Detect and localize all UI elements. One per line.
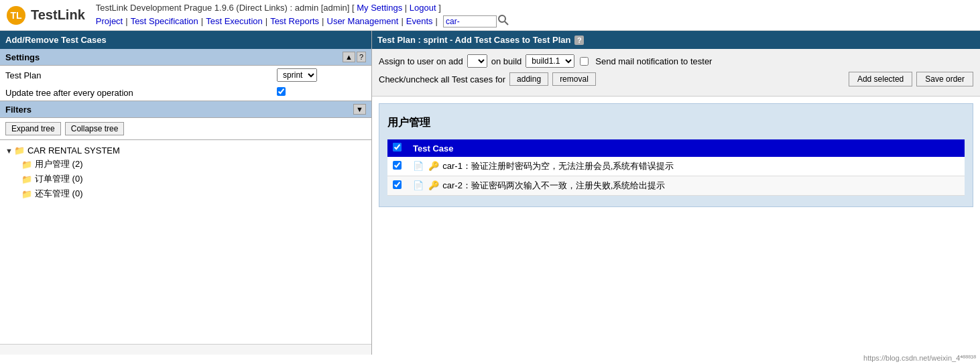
tree-child-1-folder-icon: 📁	[21, 174, 32, 184]
left-panel-header: Add/Remove Test Cases	[0, 31, 371, 49]
content-block: 用户管理 Test Case	[379, 103, 973, 207]
nav-events[interactable]: Events	[406, 16, 433, 26]
collapse-tree-btn[interactable]: Collapse tree	[65, 122, 125, 135]
logout-link[interactable]: Logout	[410, 3, 436, 13]
nav-user-management[interactable]: User Management	[327, 16, 399, 26]
tree-child-2[interactable]: 📁 还车管理 (0)	[21, 186, 371, 201]
test-row-0-content: 📄 🔑 car-1：验证注册时密码为空，无法注册会员,系统有错误提示	[408, 157, 965, 176]
tree-child-0-folder-icon: 📁	[21, 160, 32, 170]
test-table-header-label: Test Case	[408, 139, 965, 157]
test-table: Test Case 📄 🔑 car-1：验证注册时密码为空，无法注册会员,系统有	[387, 139, 965, 196]
testlink-logo-icon: TL	[5, 5, 27, 26]
test-row-1-content: 📄 🔑 car-2：验证密码两次输入不一致，注册失败,系统给出提示	[408, 176, 965, 196]
header: TL TestLink TestLink Development Prague …	[0, 0, 980, 31]
search-icon	[498, 15, 509, 25]
filters-section-header: Filters ▼	[0, 101, 371, 118]
header-sep1: |	[405, 3, 410, 13]
assign-user-select[interactable]	[467, 54, 487, 68]
test-row-1-checkbox[interactable]	[393, 180, 402, 189]
settings-help-btn[interactable]: ?	[357, 52, 366, 62]
svg-line-3	[505, 21, 508, 25]
right-panel-header: Test Plan : sprint - Add Test Cases to T…	[372, 31, 980, 49]
expand-tree-btn[interactable]: Expand tree	[5, 122, 61, 135]
settings-row-update-tree: Update tree after every operation	[0, 84, 371, 101]
test-row-0-case-icon: 🔑	[428, 161, 439, 171]
nav-test-specification[interactable]: Test Specification	[131, 16, 198, 26]
test-table-head: Test Case	[387, 139, 965, 157]
nav: Project | Test Specification | Test Exec…	[96, 15, 509, 27]
test-table-body: 📄 🔑 car-1：验证注册时密码为空，无法注册会员,系统有错误提示 📄	[387, 157, 965, 196]
controls-row-1: Assign to user on add on build build1.1 …	[379, 54, 973, 68]
right-panel-help-icon[interactable]: ?	[574, 36, 584, 45]
content-section-title: 用户管理	[387, 111, 965, 135]
nav-test-reports[interactable]: Test Reports	[270, 16, 319, 26]
right-content: 用户管理 Test Case	[372, 97, 980, 214]
update-tree-checkbox[interactable]	[277, 87, 286, 96]
tree-root-item[interactable]: ▼ 📁 CAR RENTAL SYSTEM	[5, 144, 371, 157]
settings-update-tree-control	[271, 84, 371, 101]
header-title-text: TestLink Development Prague 1.9.6 (Direc…	[96, 3, 355, 13]
filters-section: Filters ▼ Expand tree Collapse tree	[0, 101, 371, 140]
settings-table: Test Plan sprint Update tree after every…	[0, 66, 371, 101]
my-settings-link[interactable]: My Settings	[357, 3, 402, 13]
tree-root-arrow: ▼	[5, 147, 13, 155]
tree-child-2-folder-icon: 📁	[21, 189, 32, 199]
filters-toggle-btn[interactable]: ▼	[353, 104, 366, 115]
left-panel: Add/Remove Test Cases Settings ▲ ? Test …	[0, 31, 372, 355]
right-controls: Assign to user on add on build build1.1 …	[372, 49, 980, 97]
assign-user-label: Assign to user on add	[379, 56, 463, 66]
tree-child-0[interactable]: 📁 用户管理 (2)	[21, 157, 371, 172]
left-horizontal-scrollbar[interactable]	[0, 344, 371, 355]
send-mail-checkbox[interactable]	[580, 57, 589, 66]
test-row-1-checkbox-cell	[387, 176, 408, 196]
tree-child-1[interactable]: 📁 订单管理 (0)	[21, 172, 371, 186]
test-row-0-checkbox-cell	[387, 157, 408, 176]
tree-root-folder-icon: 📁	[14, 145, 25, 156]
settings-title: Settings	[5, 52, 40, 62]
on-build-label: on build	[491, 56, 522, 66]
main-area: Add/Remove Test Cases Settings ▲ ? Test …	[0, 31, 980, 355]
test-row-1-doc-icon: 📄	[413, 180, 424, 190]
settings-row-testplan: Test Plan sprint	[0, 66, 371, 84]
settings-update-tree-label: Update tree after every operation	[0, 84, 271, 101]
test-row-0-checkbox[interactable]	[393, 161, 402, 170]
test-row-1-description: car-2：验证密码两次输入不一致，注册失败,系统给出提示	[442, 180, 665, 190]
tree-children: 📁 用户管理 (2) 📁 订单管理 (0) 📁 还车管理 (0)	[5, 157, 371, 201]
test-table-header-checkbox[interactable]	[393, 143, 402, 151]
status-bar: https://blog.csdn.net/weixin_4⁴⁸⁸⁸³⁸	[859, 353, 980, 355]
nav-test-execution[interactable]: Test Execution	[206, 16, 263, 26]
filters-title: Filters	[5, 105, 32, 115]
save-order-btn[interactable]: Save order	[916, 72, 973, 86]
search-button[interactable]	[498, 15, 509, 27]
testplan-select[interactable]: sprint	[277, 68, 317, 82]
test-table-header-row: Test Case	[387, 139, 965, 157]
test-row-0-description: car-1：验证注册时密码为空，无法注册会员,系统有错误提示	[442, 161, 674, 171]
test-table-header-checkbox-cell	[387, 139, 408, 157]
logo-text: TestLink	[31, 7, 85, 23]
tree-section: ▼ 📁 CAR RENTAL SYSTEM 📁 用户管理 (2) 📁 订单管理 …	[0, 140, 371, 344]
nav-project[interactable]: Project	[96, 16, 123, 26]
removal-btn[interactable]: removal	[552, 72, 596, 86]
controls-row-2: Check/uncheck all Test cases for adding …	[379, 72, 973, 86]
header-info: TestLink Development Prague 1.9.6 (Direc…	[96, 3, 509, 27]
header-title: TestLink Development Prague 1.9.6 (Direc…	[96, 3, 509, 13]
build-select[interactable]: build1.1	[526, 54, 574, 68]
svg-text:TL: TL	[10, 10, 22, 21]
test-row-0-doc-icon: 📄	[413, 161, 424, 171]
send-mail-label: Send mail notification to tester	[595, 56, 712, 66]
table-row: 📄 🔑 car-1：验证注册时密码为空，无法注册会员,系统有错误提示	[387, 157, 965, 176]
settings-section: Settings ▲ ? Test Plan sprint	[0, 49, 371, 101]
adding-btn[interactable]: adding	[509, 72, 548, 86]
header-title-end: ]	[438, 3, 441, 13]
add-selected-btn[interactable]: Add selected	[849, 72, 912, 86]
svg-point-2	[499, 15, 505, 22]
table-row: 📄 🔑 car-2：验证密码两次输入不一致，注册失败,系统给出提示	[387, 176, 965, 196]
right-panel-title: Test Plan : sprint - Add Test Cases to T…	[377, 35, 570, 45]
test-row-1-case-icon: 🔑	[428, 180, 439, 190]
settings-testplan-control: sprint	[271, 66, 371, 84]
tree-child-2-label: 还车管理 (0)	[35, 188, 83, 200]
settings-collapse-btn[interactable]: ▲	[343, 52, 355, 62]
search-input[interactable]	[443, 15, 497, 27]
tree-root-label: CAR RENTAL SYSTEM	[27, 145, 120, 156]
tree-child-0-label: 用户管理 (2)	[35, 158, 83, 170]
